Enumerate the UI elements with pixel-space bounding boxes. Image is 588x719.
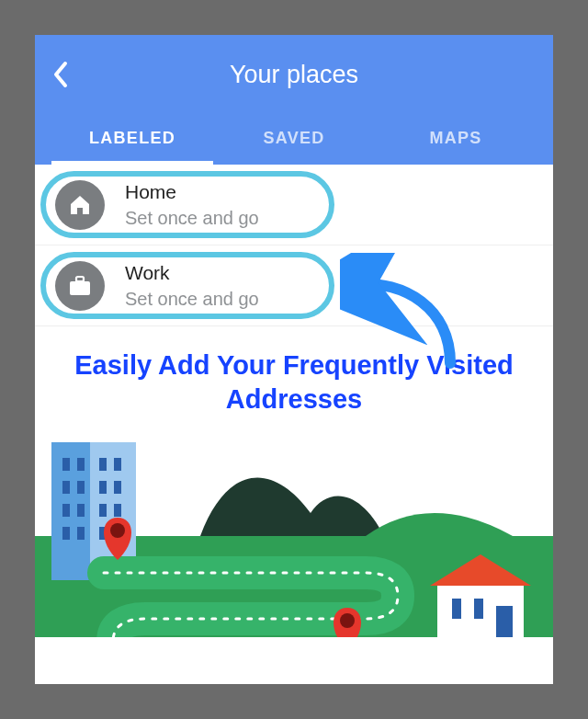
place-subtitle: Set once and go — [125, 289, 259, 310]
promo-text: Easily Add Your Frequently Visited Addre… — [35, 326, 553, 426]
tab-labeled[interactable]: LABELED — [51, 114, 213, 165]
svg-rect-10 — [62, 504, 70, 517]
svg-rect-13 — [77, 527, 85, 540]
svg-rect-12 — [62, 527, 70, 540]
place-row-home[interactable]: Home Set once and go — [35, 165, 553, 245]
svg-rect-17 — [114, 481, 121, 494]
svg-rect-7 — [77, 458, 85, 471]
svg-point-27 — [110, 523, 125, 538]
header-bar: Your places LABELED SAVED MAPS — [35, 35, 553, 165]
svg-rect-8 — [62, 481, 70, 494]
svg-rect-6 — [62, 458, 70, 471]
place-subtitle: Set once and go — [125, 208, 259, 229]
place-title: Home — [125, 181, 259, 203]
illustration — [35, 426, 553, 637]
home-icon — [55, 180, 105, 230]
content-area: Home Set once and go Work Set once and g… — [35, 165, 553, 684]
svg-rect-15 — [114, 458, 121, 471]
tab-saved[interactable]: SAVED — [213, 114, 375, 165]
app-screen: Your places LABELED SAVED MAPS Home Set … — [35, 35, 553, 684]
tabs: LABELED SAVED MAPS — [51, 114, 537, 165]
svg-rect-25 — [474, 599, 483, 619]
page-title: Your places — [51, 61, 537, 89]
svg-rect-19 — [114, 504, 121, 517]
briefcase-icon — [55, 261, 105, 311]
svg-rect-26 — [496, 606, 513, 637]
svg-rect-18 — [99, 504, 107, 517]
svg-point-28 — [340, 613, 355, 628]
svg-rect-14 — [99, 458, 107, 471]
tab-maps[interactable]: MAPS — [375, 114, 537, 165]
svg-rect-0 — [70, 281, 90, 295]
svg-rect-16 — [99, 481, 107, 494]
svg-rect-24 — [452, 599, 461, 619]
place-title: Work — [125, 262, 259, 284]
svg-rect-1 — [76, 277, 84, 281]
svg-rect-11 — [77, 504, 85, 517]
svg-rect-9 — [77, 481, 85, 494]
place-row-work[interactable]: Work Set once and go — [35, 245, 553, 326]
